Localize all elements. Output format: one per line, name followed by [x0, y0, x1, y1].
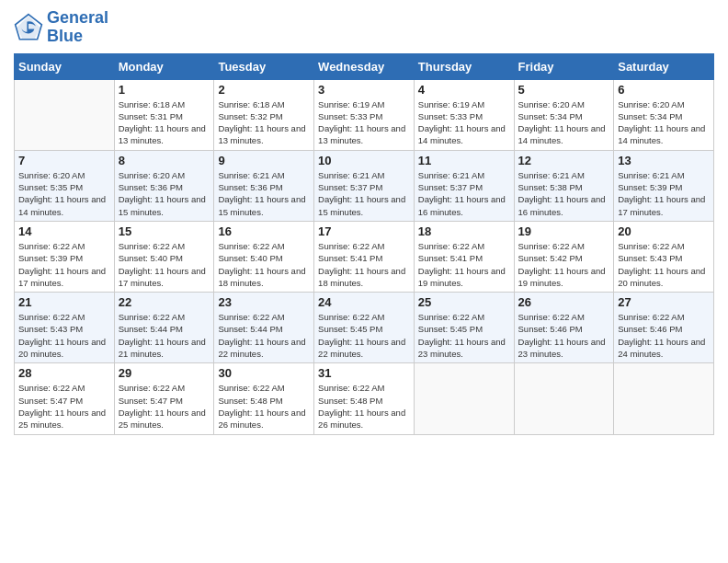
calendar-header-sunday: Sunday [15, 53, 115, 79]
calendar-cell: 1Sunrise: 6:18 AM Sunset: 5:31 PM Daylig… [114, 79, 214, 150]
day-number: 16 [218, 224, 310, 238]
calendar-cell: 20Sunrise: 6:22 AM Sunset: 5:43 PM Dayli… [614, 221, 714, 292]
calendar-cell: 25Sunrise: 6:22 AM Sunset: 5:45 PM Dayli… [414, 293, 514, 363]
day-number: 27 [618, 295, 710, 309]
calendar-cell: 18Sunrise: 6:22 AM Sunset: 5:41 PM Dayli… [414, 221, 514, 292]
day-number: 21 [18, 295, 110, 309]
day-info: Sunrise: 6:22 AM Sunset: 5:43 PM Dayligh… [618, 240, 710, 289]
day-number: 29 [119, 366, 210, 380]
day-info: Sunrise: 6:22 AM Sunset: 5:39 PM Dayligh… [18, 240, 110, 289]
day-number: 13 [618, 154, 710, 167]
day-info: Sunrise: 6:22 AM Sunset: 5:46 PM Dayligh… [518, 311, 610, 360]
day-info: Sunrise: 6:21 AM Sunset: 5:37 PM Dayligh… [418, 169, 510, 218]
day-number: 25 [418, 295, 510, 309]
calendar-cell: 14Sunrise: 6:22 AM Sunset: 5:39 PM Dayli… [15, 221, 115, 292]
logo-icon [14, 13, 43, 42]
calendar-cell: 13Sunrise: 6:21 AM Sunset: 5:39 PM Dayli… [614, 150, 714, 221]
day-number: 10 [318, 154, 410, 167]
day-number: 4 [418, 83, 510, 97]
day-number: 24 [318, 295, 410, 309]
day-info: Sunrise: 6:22 AM Sunset: 5:41 PM Dayligh… [318, 240, 410, 289]
day-info: Sunrise: 6:21 AM Sunset: 5:38 PM Dayligh… [518, 169, 610, 218]
calendar-cell: 8Sunrise: 6:20 AM Sunset: 5:36 PM Daylig… [114, 150, 214, 221]
calendar-cell: 6Sunrise: 6:20 AM Sunset: 5:34 PM Daylig… [614, 79, 714, 150]
calendar-cell: 4Sunrise: 6:19 AM Sunset: 5:33 PM Daylig… [414, 79, 514, 150]
day-info: Sunrise: 6:18 AM Sunset: 5:31 PM Dayligh… [119, 98, 210, 147]
day-info: Sunrise: 6:22 AM Sunset: 5:40 PM Dayligh… [218, 240, 310, 289]
calendar-cell: 19Sunrise: 6:22 AM Sunset: 5:42 PM Dayli… [514, 221, 614, 292]
day-info: Sunrise: 6:21 AM Sunset: 5:39 PM Dayligh… [618, 169, 710, 218]
day-info: Sunrise: 6:22 AM Sunset: 5:45 PM Dayligh… [318, 311, 410, 360]
calendar-cell: 28Sunrise: 6:22 AM Sunset: 5:47 PM Dayli… [15, 363, 115, 434]
day-number: 22 [119, 295, 210, 309]
calendar-header-friday: Friday [514, 53, 614, 79]
calendar-cell: 12Sunrise: 6:21 AM Sunset: 5:38 PM Dayli… [514, 150, 614, 221]
day-number: 31 [318, 366, 410, 380]
day-info: Sunrise: 6:20 AM Sunset: 5:34 PM Dayligh… [518, 98, 610, 147]
day-info: Sunrise: 6:22 AM Sunset: 5:46 PM Dayligh… [618, 311, 710, 360]
calendar-week-row: 28Sunrise: 6:22 AM Sunset: 5:47 PM Dayli… [15, 363, 714, 434]
day-info: Sunrise: 6:20 AM Sunset: 5:36 PM Dayligh… [119, 169, 210, 218]
calendar-table: SundayMondayTuesdayWednesdayThursdayFrid… [14, 53, 714, 435]
day-info: Sunrise: 6:22 AM Sunset: 5:47 PM Dayligh… [18, 382, 110, 431]
day-number: 1 [119, 83, 210, 97]
calendar-cell [514, 363, 614, 434]
calendar-week-row: 21Sunrise: 6:22 AM Sunset: 5:43 PM Dayli… [15, 293, 714, 363]
day-number: 14 [18, 224, 110, 238]
calendar-cell: 29Sunrise: 6:22 AM Sunset: 5:47 PM Dayli… [114, 363, 214, 434]
day-info: Sunrise: 6:22 AM Sunset: 5:41 PM Dayligh… [418, 240, 510, 289]
day-info: Sunrise: 6:20 AM Sunset: 5:34 PM Dayligh… [618, 98, 710, 147]
day-number: 15 [119, 224, 210, 238]
calendar-cell: 3Sunrise: 6:19 AM Sunset: 5:33 PM Daylig… [314, 79, 415, 150]
day-number: 17 [318, 224, 410, 238]
calendar-cell: 9Sunrise: 6:21 AM Sunset: 5:36 PM Daylig… [214, 150, 314, 221]
day-info: Sunrise: 6:22 AM Sunset: 5:43 PM Dayligh… [18, 311, 110, 360]
calendar-cell: 2Sunrise: 6:18 AM Sunset: 5:32 PM Daylig… [214, 79, 314, 150]
day-number: 20 [618, 224, 710, 238]
day-info: Sunrise: 6:22 AM Sunset: 5:48 PM Dayligh… [318, 382, 410, 431]
day-number: 12 [518, 154, 610, 167]
day-number: 6 [618, 83, 710, 97]
day-number: 19 [518, 224, 610, 238]
day-info: Sunrise: 6:21 AM Sunset: 5:36 PM Dayligh… [218, 169, 310, 218]
calendar-cell: 7Sunrise: 6:20 AM Sunset: 5:35 PM Daylig… [15, 150, 115, 221]
day-number: 28 [18, 366, 110, 380]
calendar-cell: 5Sunrise: 6:20 AM Sunset: 5:34 PM Daylig… [514, 79, 614, 150]
logo-text: General Blue [47, 9, 108, 46]
day-info: Sunrise: 6:20 AM Sunset: 5:35 PM Dayligh… [18, 169, 110, 218]
day-number: 30 [218, 366, 310, 380]
day-number: 8 [119, 154, 210, 167]
calendar-cell: 21Sunrise: 6:22 AM Sunset: 5:43 PM Dayli… [15, 293, 115, 363]
calendar-cell: 15Sunrise: 6:22 AM Sunset: 5:40 PM Dayli… [114, 221, 214, 292]
day-number: 18 [418, 224, 510, 238]
calendar-header-tuesday: Tuesday [214, 53, 314, 79]
calendar-cell: 10Sunrise: 6:21 AM Sunset: 5:37 PM Dayli… [314, 150, 415, 221]
day-info: Sunrise: 6:19 AM Sunset: 5:33 PM Dayligh… [318, 98, 410, 147]
calendar-week-row: 14Sunrise: 6:22 AM Sunset: 5:39 PM Dayli… [15, 221, 714, 292]
page-header: General Blue [14, 9, 714, 46]
day-info: Sunrise: 6:18 AM Sunset: 5:32 PM Dayligh… [218, 98, 310, 147]
calendar-week-row: 7Sunrise: 6:20 AM Sunset: 5:35 PM Daylig… [15, 150, 714, 221]
calendar-cell: 26Sunrise: 6:22 AM Sunset: 5:46 PM Dayli… [514, 293, 614, 363]
calendar-cell: 24Sunrise: 6:22 AM Sunset: 5:45 PM Dayli… [314, 293, 415, 363]
calendar-cell [614, 363, 714, 434]
calendar-cell: 23Sunrise: 6:22 AM Sunset: 5:44 PM Dayli… [214, 293, 314, 363]
calendar-cell: 27Sunrise: 6:22 AM Sunset: 5:46 PM Dayli… [614, 293, 714, 363]
day-info: Sunrise: 6:22 AM Sunset: 5:42 PM Dayligh… [518, 240, 610, 289]
day-info: Sunrise: 6:19 AM Sunset: 5:33 PM Dayligh… [418, 98, 510, 147]
calendar-header-monday: Monday [114, 53, 214, 79]
calendar-cell: 16Sunrise: 6:22 AM Sunset: 5:40 PM Dayli… [214, 221, 314, 292]
day-number: 26 [518, 295, 610, 309]
day-info: Sunrise: 6:22 AM Sunset: 5:44 PM Dayligh… [119, 311, 210, 360]
calendar-cell: 30Sunrise: 6:22 AM Sunset: 5:48 PM Dayli… [214, 363, 314, 434]
day-info: Sunrise: 6:22 AM Sunset: 5:40 PM Dayligh… [119, 240, 210, 289]
calendar-cell: 11Sunrise: 6:21 AM Sunset: 5:37 PM Dayli… [414, 150, 514, 221]
day-number: 7 [18, 154, 110, 167]
calendar-header-wednesday: Wednesday [314, 53, 415, 79]
calendar-header-saturday: Saturday [614, 53, 714, 79]
day-info: Sunrise: 6:22 AM Sunset: 5:47 PM Dayligh… [119, 382, 210, 431]
calendar-week-row: 1Sunrise: 6:18 AM Sunset: 5:31 PM Daylig… [15, 79, 714, 150]
day-number: 23 [218, 295, 310, 309]
calendar-cell: 17Sunrise: 6:22 AM Sunset: 5:41 PM Dayli… [314, 221, 415, 292]
day-info: Sunrise: 6:22 AM Sunset: 5:44 PM Dayligh… [218, 311, 310, 360]
